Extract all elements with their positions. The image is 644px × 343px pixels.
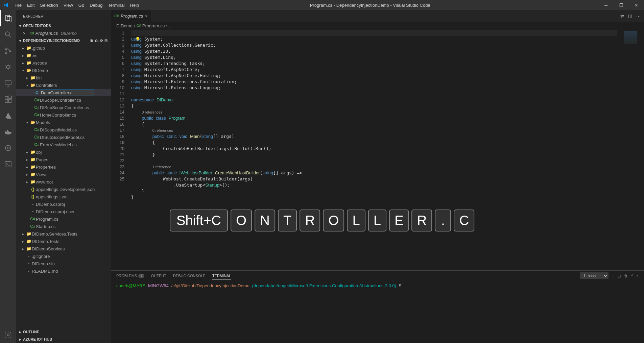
menu-view[interactable]: View bbox=[61, 0, 76, 10]
search-icon[interactable] bbox=[0, 26, 16, 43]
terminal-shell-select[interactable]: 1: bash bbox=[580, 272, 609, 279]
tree-item[interactable]: ▸📁.vs bbox=[16, 52, 111, 59]
new-file-input[interactable] bbox=[40, 90, 94, 96]
menu-edit[interactable]: Edit bbox=[24, 0, 37, 10]
tree-item[interactable]: C#Program.cs bbox=[16, 215, 111, 223]
tree-item[interactable]: C bbox=[16, 89, 111, 96]
tab-debug-console[interactable]: DEBUG CONSOLE bbox=[173, 272, 206, 279]
debug-icon[interactable] bbox=[0, 59, 16, 75]
keystroke-key: R bbox=[300, 210, 320, 231]
menu-help[interactable]: Help bbox=[127, 0, 142, 10]
extensions-icon[interactable] bbox=[0, 91, 16, 107]
tree-item[interactable]: C#DISubScopeController.cs bbox=[16, 104, 111, 111]
tree-item[interactable]: {}appsettings.Development.json bbox=[16, 186, 111, 193]
chevron-right-icon: ▸ bbox=[24, 150, 30, 154]
close-button[interactable]: ✕ bbox=[629, 0, 644, 10]
collapse-icon[interactable]: ⊟ bbox=[104, 39, 108, 43]
tree-item[interactable]: ▸📁.vscode bbox=[16, 59, 111, 67]
settings-gear-icon[interactable] bbox=[0, 327, 16, 343]
source-control-icon[interactable] bbox=[0, 43, 16, 59]
tab-output[interactable]: OUTPUT bbox=[151, 272, 166, 279]
file-icon: ▫ bbox=[26, 254, 32, 259]
tree-item[interactable]: C#HomeController.cs bbox=[16, 111, 111, 119]
tree-item[interactable]: ▸📁bin bbox=[16, 74, 111, 81]
tree-item[interactable]: ▸📁wwwroot bbox=[16, 178, 111, 186]
split-editor-icon[interactable]: ◫ bbox=[628, 14, 632, 19]
open-editor-item[interactable]: × C# Program.cs DIDemo bbox=[16, 29, 111, 37]
tree-item[interactable]: ▸📁DIDemo.Services.Tests bbox=[16, 230, 111, 238]
tree-item[interactable]: {}appsettings.json bbox=[16, 193, 111, 200]
tree-item[interactable]: C#Startup.cs bbox=[16, 223, 111, 230]
breadcrumb[interactable]: DIDemo › C# Program.cs › ... bbox=[111, 22, 644, 29]
explorer-icon[interactable] bbox=[0, 10, 16, 26]
compare-icon[interactable]: ⇄ bbox=[620, 14, 624, 19]
tree-item[interactable]: ▸📁Properties bbox=[16, 163, 111, 171]
tree-item[interactable]: ▸📁.github bbox=[16, 44, 111, 52]
tree-item[interactable]: ▫DIDemo.csproj.user bbox=[16, 208, 111, 215]
azure-iot-header[interactable]: ▸ AZURE IOT HUB bbox=[16, 336, 111, 343]
tree-item[interactable]: ▸📁Pages bbox=[16, 156, 111, 163]
tree-item[interactable]: C#DIScopedModel.cs bbox=[16, 126, 111, 133]
tree-item[interactable]: ▸📁obj bbox=[16, 148, 111, 156]
close-icon[interactable]: × bbox=[23, 31, 28, 36]
svg-rect-0 bbox=[6, 15, 10, 21]
tree-item[interactable]: ▫DIDemo.csproj bbox=[16, 200, 111, 208]
tree-item[interactable]: ▫DIDemo.sln bbox=[16, 260, 111, 267]
sidebar-title: EXPLORER bbox=[16, 10, 111, 22]
tree-item[interactable]: ▾📂Models bbox=[16, 119, 111, 126]
split-terminal-icon[interactable]: ◫ bbox=[617, 274, 621, 278]
minimap[interactable] bbox=[617, 29, 644, 270]
tree-item[interactable]: ▾📂Controllers bbox=[16, 81, 111, 89]
menu-selection[interactable]: Selection bbox=[37, 0, 61, 10]
minimize-button[interactable]: ─ bbox=[598, 0, 614, 10]
tree-item[interactable]: ▸📁DIDemo.Tests bbox=[16, 238, 111, 245]
trash-icon[interactable]: 🗑 bbox=[624, 274, 628, 278]
tab-terminal[interactable]: TERMINAL bbox=[212, 272, 231, 279]
folder-icon: 📂 bbox=[30, 83, 36, 88]
new-folder-icon[interactable]: 🗀 bbox=[95, 39, 99, 43]
svg-line-10 bbox=[10, 66, 11, 66]
azure-icon[interactable] bbox=[0, 107, 16, 124]
close-icon[interactable]: × bbox=[145, 14, 148, 19]
maximize-panel-icon[interactable]: ^ bbox=[631, 274, 633, 278]
tree-item[interactable]: ▸📁DIDemoServices bbox=[16, 245, 111, 252]
tree-item[interactable]: C#ErrorViewModel.cs bbox=[16, 141, 111, 148]
keystroke-key: O bbox=[323, 210, 344, 231]
code-content[interactable]: 💡using System; using System.Collections.… bbox=[131, 29, 617, 270]
refresh-icon[interactable]: ⟳ bbox=[100, 39, 103, 43]
open-editors-header[interactable]: ▾ OPEN EDITORS bbox=[16, 22, 111, 29]
tree-item[interactable]: ▫README.md bbox=[16, 267, 111, 275]
svg-line-9 bbox=[5, 66, 6, 66]
workspace-header[interactable]: ▾ DEPENDENCYINJECTIONDEMO 🗎 🗀 ⟳ ⊟ bbox=[16, 37, 111, 44]
close-panel-icon[interactable]: × bbox=[637, 274, 639, 278]
terminal-output[interactable]: codeb@MARS MINGW64 /c/git/GitHub/Depende… bbox=[111, 281, 644, 343]
tab-problems[interactable]: PROBLEMS1 bbox=[116, 272, 144, 279]
menu-debug[interactable]: Debug bbox=[87, 0, 105, 10]
docker-icon[interactable] bbox=[0, 124, 16, 140]
terminal-shortcut-icon[interactable] bbox=[0, 156, 16, 172]
svg-rect-19 bbox=[8, 100, 11, 102]
csharp-file-icon: C# bbox=[34, 142, 40, 147]
maximize-button[interactable]: ❐ bbox=[614, 0, 629, 10]
svg-line-3 bbox=[9, 35, 11, 38]
tree-item[interactable]: ▫.gitignore bbox=[16, 252, 111, 260]
remote-icon[interactable] bbox=[0, 75, 16, 91]
more-icon[interactable]: ⋯ bbox=[636, 14, 641, 19]
svg-point-28 bbox=[7, 334, 9, 336]
file-tree: ▸📁.github▸📁.vs▸📁.vscode▾📂DIDemo▸📁bin▾📂Co… bbox=[16, 44, 111, 328]
tree-item[interactable]: ▸📁Views bbox=[16, 171, 111, 178]
menu-terminal[interactable]: Terminal bbox=[105, 0, 127, 10]
gitlens-icon[interactable] bbox=[0, 140, 16, 156]
new-file-icon[interactable]: 🗎 bbox=[90, 39, 94, 43]
new-terminal-icon[interactable]: + bbox=[612, 274, 614, 278]
folder-icon: 📂 bbox=[30, 120, 36, 125]
menu-file[interactable]: File bbox=[12, 0, 24, 10]
tree-item[interactable]: ▾📂DIDemo bbox=[16, 67, 111, 74]
code-editor[interactable]: 1234567891011121314151617181920212223242… bbox=[111, 29, 644, 270]
tree-item[interactable]: C#DIScopeController.cs bbox=[16, 96, 111, 104]
tree-item[interactable]: C#DISubScopedModel.cs bbox=[16, 133, 111, 141]
outline-header[interactable]: ▸ OUTLINE bbox=[16, 328, 111, 336]
editor-tab[interactable]: C# Program.cs × bbox=[111, 10, 151, 22]
lightbulb-icon[interactable]: 💡 bbox=[135, 36, 140, 42]
menu-go[interactable]: Go bbox=[76, 0, 87, 10]
